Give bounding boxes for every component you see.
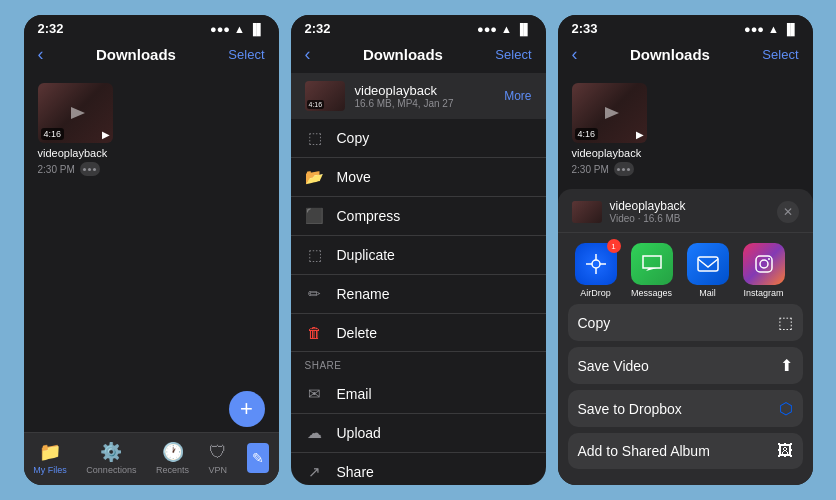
battery-icon-2: ▐▌ [516, 23, 532, 35]
share-action-savevideo[interactable]: Save Video ⬆ [568, 347, 803, 384]
menu-item-compress[interactable]: ⬛ Compress [291, 197, 546, 236]
tab-extra-1: ✎ [247, 443, 269, 473]
signal-icon-2: ●●● [477, 23, 497, 35]
back-button-2[interactable]: ‹ [305, 44, 311, 65]
share-action-list: Copy ⬚ Save Video ⬆ Save to Dropbox ⬡ Ad… [558, 304, 813, 469]
share-header: videoplayback Video · 16.6 MB ✕ [558, 189, 813, 233]
menu-item-email[interactable]: ✉ Email [291, 375, 546, 414]
copy-action-icon: ⬚ [778, 313, 793, 332]
wifi-icon-3: ▲ [768, 23, 779, 35]
menu-item-rename[interactable]: ✏ Rename [291, 275, 546, 314]
back-button-1[interactable]: ‹ [38, 44, 44, 65]
share-action-copy[interactable]: Copy ⬚ [568, 304, 803, 341]
select-button-1[interactable]: Select [228, 47, 264, 62]
menu-item-move[interactable]: 📂 Move [291, 158, 546, 197]
thumb-duration-3: 4:16 [575, 128, 599, 140]
menu-item-copy[interactable]: ⬚ Copy [291, 119, 546, 158]
myfiles-icon-1: 📁 [39, 441, 61, 463]
share-section-label: SHARE [291, 352, 546, 375]
nav-title-3: Downloads [630, 46, 710, 63]
menu-item-delete[interactable]: 🗑 Delete [291, 314, 546, 352]
thumb-type-1: ▶ [102, 129, 110, 140]
menu-list: ⬚ Copy 📂 Move ⬛ Compress ⬚ Duplicate ✏ R… [291, 119, 546, 485]
nav-title-2: Downloads [363, 46, 443, 63]
share-action-sharedalbum[interactable]: Add to Shared Album 🖼 [568, 433, 803, 469]
nav-bar-1: ‹ Downloads Select [24, 40, 279, 73]
share-file-info: videoplayback Video · 16.6 MB [572, 199, 686, 224]
duplicate-label: Duplicate [337, 247, 395, 263]
copy-icon: ⬚ [305, 129, 325, 147]
file-more-button-1[interactable] [80, 162, 100, 176]
file-more-button-3[interactable] [614, 162, 634, 176]
airdrop-icon: 1 [575, 243, 617, 285]
tab-connections-1[interactable]: ⚙️ Connections [86, 441, 136, 475]
ctx-filename: videoplayback [355, 83, 495, 98]
savevideo-action-icon: ⬆ [780, 356, 793, 375]
file-name-3: videoplayback [572, 147, 647, 159]
wifi-icon: ▲ [234, 23, 245, 35]
status-time-2: 2:32 [305, 21, 331, 36]
status-time-1: 2:32 [38, 21, 64, 36]
battery-icon-3: ▐▌ [783, 23, 799, 35]
ctx-more-button[interactable]: More [504, 89, 531, 103]
savevideo-action-label: Save Video [578, 358, 649, 374]
instagram-label: Instagram [743, 288, 783, 298]
back-button-3[interactable]: ‹ [572, 44, 578, 65]
svg-marker-1 [605, 107, 619, 119]
share-app-airdrop[interactable]: 1 AirDrop [572, 243, 620, 298]
tab-recents-1[interactable]: 🕐 Recents [156, 441, 189, 475]
share-icon: ↗ [305, 463, 325, 481]
share-text-info: videoplayback Video · 16.6 MB [610, 199, 686, 224]
upload-icon: ☁ [305, 424, 325, 442]
select-button-2[interactable]: Select [495, 47, 531, 62]
copy-label: Copy [337, 130, 370, 146]
file-time-3: 2:30 PM [572, 164, 609, 175]
menu-item-upload[interactable]: ☁ Upload [291, 414, 546, 453]
share-app-instagram[interactable]: Instagram [740, 243, 788, 298]
tab-myfiles-1[interactable]: 📁 My Files [33, 441, 67, 475]
share-app-mail[interactable]: Mail [684, 243, 732, 298]
file-item-3[interactable]: 4:16 ▶ videoplayback 2:30 PM [572, 83, 647, 176]
compress-icon: ⬛ [305, 207, 325, 225]
menu-item-duplicate[interactable]: ⬚ Duplicate [291, 236, 546, 275]
share-app-messages[interactable]: Messages [628, 243, 676, 298]
tab-connections-label-1: Connections [86, 465, 136, 475]
select-button-3[interactable]: Select [762, 47, 798, 62]
tab-vpn-1[interactable]: 🛡 VPN [209, 442, 228, 475]
status-bar-2: 2:32 ●●● ▲ ▐▌ [291, 15, 546, 40]
share-action-dropbox[interactable]: Save to Dropbox ⬡ [568, 390, 803, 427]
menu-item-share[interactable]: ↗ Share [291, 453, 546, 485]
share-filename: videoplayback [610, 199, 686, 213]
move-icon: 📂 [305, 168, 325, 186]
ctx-filemeta: 16.6 MB, MP4, Jan 27 [355, 98, 495, 109]
nav-bar-3: ‹ Downloads Select [558, 40, 813, 73]
copy-action-label: Copy [578, 315, 611, 331]
file-thumb-1: 4:16 ▶ [38, 83, 113, 143]
upload-label: Upload [337, 425, 381, 441]
tab-bar-1: 📁 My Files ⚙️ Connections 🕐 Recents 🛡 VP… [24, 432, 279, 485]
status-bar-3: 2:33 ●●● ▲ ▐▌ [558, 15, 813, 40]
signal-icon-3: ●●● [744, 23, 764, 35]
airdrop-badge: 1 [607, 239, 621, 253]
status-icons-2: ●●● ▲ ▐▌ [477, 23, 531, 35]
share-thumb [572, 201, 602, 223]
file-item-1[interactable]: 4:16 ▶ videoplayback 2:30 PM [38, 83, 113, 176]
panel-3: 2:33 ●●● ▲ ▐▌ ‹ Downloads Select 4:16 ▶ … [558, 15, 813, 485]
ctx-thumb-duration: 4:16 [307, 100, 325, 109]
panel-2: 2:32 ●●● ▲ ▐▌ ‹ Downloads Select 4:16 vi… [291, 15, 546, 485]
share-close-button[interactable]: ✕ [777, 201, 799, 223]
svg-point-9 [760, 260, 768, 268]
duplicate-icon: ⬚ [305, 246, 325, 264]
svg-point-2 [592, 260, 600, 268]
status-icons-3: ●●● ▲ ▐▌ [744, 23, 798, 35]
fab-button-1[interactable]: + [229, 391, 265, 427]
mail-icon [687, 243, 729, 285]
file-time-1: 2:30 PM [38, 164, 75, 175]
tab-myfiles-label-1: My Files [33, 465, 67, 475]
email-label: Email [337, 386, 372, 402]
context-header: 4:16 videoplayback 16.6 MB, MP4, Jan 27 … [291, 73, 546, 119]
tab-vpn-label-1: VPN [209, 465, 228, 475]
move-label: Move [337, 169, 371, 185]
thumb-type-3: ▶ [636, 129, 644, 140]
delete-icon: 🗑 [305, 324, 325, 341]
